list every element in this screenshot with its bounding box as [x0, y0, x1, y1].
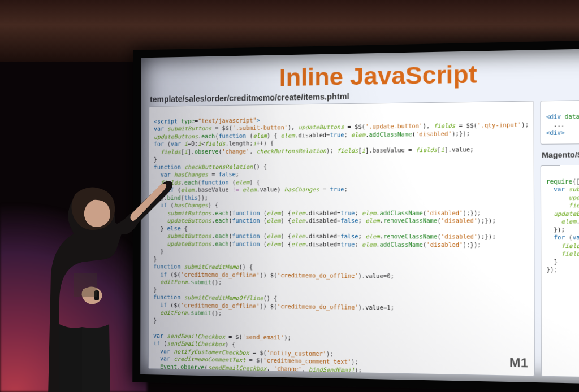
- right-code-box-2: require(['jquery', 'prototype'], functio…: [541, 164, 579, 381]
- slide-columns: <script type="text/javascript"> var subm…: [148, 99, 579, 378]
- svg-rect-1: [74, 273, 97, 297]
- left-code-box: <script type="text/javascript"> var subm…: [148, 101, 535, 376]
- left-column: <script type="text/javascript"> var subm…: [148, 101, 535, 376]
- photo-scene: Inline JavaScript template/sales/order/c…: [0, 0, 579, 392]
- m1-label: M1: [509, 354, 528, 372]
- right-column: <div data-mage-init= '{"creditMemoForm":…: [541, 98, 579, 381]
- projector-screen: Inline JavaScript template/sales/order/c…: [132, 40, 579, 392]
- right-code-box-1: <div data-mage-init= '{"creditMemoForm":…: [541, 98, 579, 145]
- right-file-path: Magento/Sales/view/adminhtml/web/js/cred…: [542, 149, 579, 159]
- slide-title: Inline JavaScript: [149, 58, 579, 94]
- slide-content: Inline JavaScript template/sales/order/c…: [140, 48, 579, 384]
- presenter-silhouette: [20, 155, 189, 392]
